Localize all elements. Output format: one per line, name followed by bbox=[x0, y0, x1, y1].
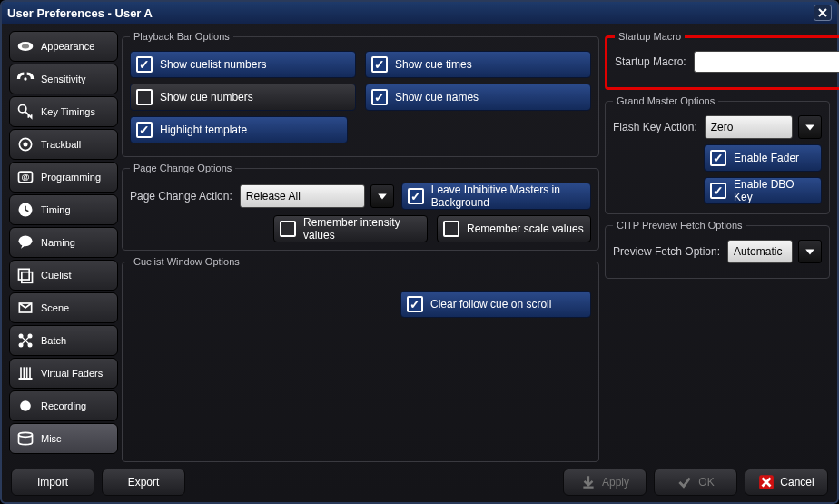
sidebar-item-label: Programming bbox=[41, 172, 101, 183]
faders-icon bbox=[15, 363, 35, 383]
sidebar-item-cuelist[interactable]: Cuelist bbox=[9, 260, 118, 291]
ok-button[interactable]: OK bbox=[654, 469, 737, 496]
cancel-icon bbox=[758, 474, 775, 490]
apply-button[interactable]: Apply bbox=[563, 469, 647, 496]
startup-macro-input[interactable] bbox=[694, 51, 839, 73]
main: Playback Bar Options ✓ Show cuelist numb… bbox=[122, 31, 830, 462]
checkbox-label: Leave Inhibitive Masters in Background bbox=[431, 183, 585, 209]
dropdown-arrow[interactable] bbox=[798, 115, 822, 139]
sidebar-item-scene[interactable]: Scene bbox=[9, 292, 118, 323]
show-cuelist-numbers-checkbox[interactable]: ✓ Show cuelist numbers bbox=[130, 51, 356, 78]
checkbox-icon: ✓ bbox=[371, 56, 388, 73]
checkbox-label: Clear follow cue on scroll bbox=[430, 298, 551, 311]
checkbox-label: Remember scale values bbox=[467, 222, 584, 235]
checkbox-label: Enable DBO Key bbox=[734, 178, 815, 203]
leave-inhibitive-checkbox[interactable]: ✓ Leave Inhibitive Masters in Background bbox=[401, 183, 591, 210]
svg-point-1 bbox=[22, 44, 29, 49]
sidebar-item-label: Batch bbox=[41, 335, 66, 346]
citp-legend: CITP Preview Fetch Options bbox=[613, 220, 746, 231]
dropdown-arrow[interactable] bbox=[370, 184, 394, 208]
sidebar-item-virtual-faders[interactable]: Virtual Faders bbox=[9, 358, 118, 389]
startup-macro-legend: Startup Macro bbox=[615, 31, 685, 42]
svg-rect-21 bbox=[29, 367, 31, 378]
at-icon: @ bbox=[15, 167, 35, 187]
sidebar-item-recording[interactable]: Recording bbox=[9, 390, 118, 421]
sidebar-item-key-timings[interactable]: Key Timings bbox=[9, 96, 118, 127]
sidebar-item-trackball[interactable]: Trackball bbox=[9, 129, 118, 160]
import-button[interactable]: Import bbox=[11, 469, 94, 496]
citp-select[interactable]: Automatic bbox=[727, 240, 793, 263]
show-cue-times-checkbox[interactable]: ✓ Show cue times bbox=[365, 51, 591, 78]
playback-legend: Playback Bar Options bbox=[130, 31, 233, 42]
checkbox-label: Show cue names bbox=[395, 91, 479, 104]
page-change-action-label: Page Change Action: bbox=[130, 190, 232, 203]
svg-point-9 bbox=[19, 236, 33, 247]
sidebar-item-timing[interactable]: Timing bbox=[9, 194, 118, 225]
cancel-button[interactable]: Cancel bbox=[745, 469, 828, 496]
sidebar-item-appearance[interactable]: Appearance bbox=[9, 31, 118, 62]
svg-point-2 bbox=[24, 77, 26, 80]
bubble-icon bbox=[15, 232, 35, 252]
sidebar-item-misc[interactable]: Misc bbox=[9, 423, 118, 454]
grand-master-options: Grand Master Options Flash Key Action: Z… bbox=[605, 95, 830, 214]
dropdown-arrow[interactable] bbox=[798, 240, 822, 263]
sidebar-item-label: Misc bbox=[41, 433, 62, 444]
checkbox-label: Highlight template bbox=[160, 124, 247, 136]
sidebar-item-label: Recording bbox=[41, 400, 86, 411]
page-change-legend: Page Change Options bbox=[130, 163, 235, 173]
flash-key-label: Flash Key Action: bbox=[613, 121, 697, 133]
sidebar-item-batch[interactable]: Batch bbox=[9, 325, 118, 356]
svg-rect-24 bbox=[583, 487, 593, 489]
citp-label: Preview Fetch Option: bbox=[613, 245, 720, 258]
svg-point-22 bbox=[20, 400, 31, 411]
enable-dbo-checkbox[interactable]: ✓ Enable DBO Key bbox=[704, 177, 822, 204]
flash-key-select[interactable]: Zero bbox=[705, 115, 793, 139]
checkbox-icon: ✓ bbox=[136, 89, 153, 105]
checkbox-icon: ✓ bbox=[136, 56, 153, 73]
checkbox-label: Show cue times bbox=[395, 58, 472, 71]
show-cue-names-checkbox[interactable]: ✓ Show cue names bbox=[365, 84, 591, 111]
remember-scale-checkbox[interactable]: Remember scale values bbox=[437, 215, 591, 242]
page-change-options: Page Change Options Page Change Action: … bbox=[122, 163, 599, 251]
titlebar: User Preferences - User A bbox=[2, 2, 837, 24]
sidebar-item-sensitivity[interactable]: Sensitivity bbox=[9, 64, 118, 94]
remember-intensity-checkbox[interactable]: Remember intensity values bbox=[273, 215, 428, 242]
right-column: Startup Macro Startup Macro: Grand Maste… bbox=[605, 31, 830, 462]
highlight-template-checkbox[interactable]: ✓ Highlight template bbox=[130, 116, 348, 143]
svg-text:@: @ bbox=[22, 173, 30, 182]
sidebar-item-naming[interactable]: Naming bbox=[9, 227, 118, 258]
checkbox-label: Remember intensity values bbox=[303, 216, 421, 242]
stack-icon bbox=[15, 265, 35, 285]
enable-fader-checkbox[interactable]: ✓ Enable Fader bbox=[704, 144, 822, 172]
signal-icon bbox=[15, 69, 35, 89]
checkbox-icon bbox=[443, 221, 459, 237]
sidebar-item-label: Appearance bbox=[41, 41, 94, 52]
frame-icon bbox=[15, 298, 35, 318]
svg-rect-17 bbox=[19, 378, 33, 380]
sidebar-item-label: Naming bbox=[41, 237, 75, 248]
preferences-window: User Preferences - User A Appearance Sen… bbox=[0, 0, 839, 504]
sidebar-item-label: Cuelist bbox=[41, 270, 72, 281]
window-title: User Preferences - User A bbox=[7, 6, 153, 20]
export-button[interactable]: Export bbox=[102, 469, 185, 496]
cuelist-window-options: Cuelist Window Options ✓ Clear follow cu… bbox=[122, 256, 599, 462]
svg-rect-20 bbox=[26, 367, 28, 378]
checkbox-label: Show cuelist numbers bbox=[160, 58, 266, 71]
sidebar-item-programming[interactable]: @ Programming bbox=[9, 162, 118, 193]
body: Appearance Sensitivity Key Timings Track… bbox=[2, 24, 837, 462]
close-button[interactable] bbox=[814, 5, 832, 21]
sidebar-item-label: Key Timings bbox=[41, 106, 95, 117]
svg-point-5 bbox=[24, 143, 28, 147]
svg-point-23 bbox=[19, 432, 33, 437]
left-column: Playback Bar Options ✓ Show cuelist numb… bbox=[122, 31, 599, 462]
clock-icon bbox=[15, 200, 35, 220]
target-icon bbox=[15, 134, 35, 154]
drive-icon bbox=[15, 429, 35, 449]
startup-macro-label: Startup Macro: bbox=[615, 55, 686, 68]
page-change-action-select[interactable]: Release All bbox=[240, 184, 365, 208]
svg-rect-11 bbox=[22, 272, 33, 283]
clear-follow-checkbox[interactable]: ✓ Clear follow cue on scroll bbox=[400, 291, 591, 318]
cuelist-window-legend: Cuelist Window Options bbox=[130, 256, 243, 267]
show-cue-numbers-checkbox[interactable]: ✓ Show cue numbers bbox=[130, 84, 356, 111]
checkbox-icon: ✓ bbox=[136, 122, 153, 138]
